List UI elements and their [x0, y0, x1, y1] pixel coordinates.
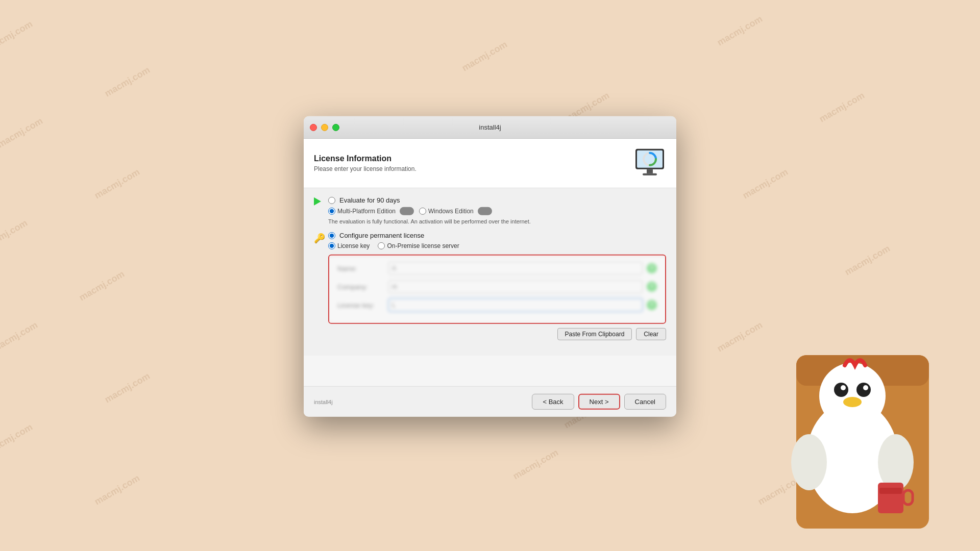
page-title: License Information — [314, 154, 416, 163]
watermark-text: macmj.com — [715, 14, 764, 48]
watermark-text: macmj.com — [0, 19, 35, 54]
watermark-text: macmj.com — [511, 447, 560, 482]
traffic-lights — [310, 123, 339, 131]
license-key-tab-label[interactable]: License key — [337, 242, 370, 249]
svg-rect-18 — [643, 173, 657, 176]
watermark-text: macmj.com — [843, 243, 892, 278]
app-icon — [633, 147, 666, 180]
clear-button[interactable]: Clear — [636, 328, 666, 340]
configure-radio[interactable] — [328, 232, 335, 239]
svg-point-9 — [791, 434, 827, 490]
evaluate-option-row: Evaluate for 90 days Multi-Platform Edit… — [314, 196, 666, 224]
main-window: install4j License Information Please ent… — [304, 116, 676, 417]
evaluate-main-row: Evaluate for 90 days — [328, 196, 666, 204]
company-form-row: Company: ? — [337, 280, 657, 293]
paste-from-clipboard-button[interactable]: Paste From Clipboard — [557, 328, 632, 340]
title-bar: install4j — [304, 116, 676, 139]
multi-platform-toggle[interactable] — [400, 207, 414, 215]
svg-point-10 — [878, 434, 914, 490]
multi-platform-label[interactable]: Multi-Platform Edition — [337, 208, 396, 215]
name-label: Name: — [337, 264, 388, 272]
window-title: install4j — [479, 123, 501, 131]
name-input-wrap: ? — [388, 262, 657, 275]
license-form-box: Name: ? Company: ? — [328, 255, 666, 324]
on-premise-tab[interactable]: On-Premise license server — [378, 242, 459, 249]
header-section: License Information Please enter your li… — [304, 139, 676, 188]
page-subtitle: Please enter your license information. — [314, 165, 416, 172]
multi-platform-option: Multi-Platform Edition — [328, 207, 414, 215]
license-key-input-wrap: ? — [388, 298, 657, 312]
configure-content: Configure permanent license License key … — [328, 232, 666, 340]
multi-platform-radio[interactable] — [328, 208, 335, 215]
window-body: Evaluate for 90 days Multi-Platform Edit… — [304, 188, 676, 356]
watermark-text: macmj.com — [0, 218, 30, 253]
watermark-text: macmj.com — [460, 39, 509, 74]
name-input[interactable] — [388, 262, 643, 275]
watermark-text: macmj.com — [103, 371, 152, 406]
configure-main-row: Configure permanent license — [328, 232, 666, 239]
back-button[interactable]: < Back — [532, 394, 574, 410]
watermark-text: macmj.com — [0, 422, 35, 457]
footer-buttons: < Back Next > Cancel — [532, 394, 666, 410]
svg-point-5 — [856, 383, 871, 397]
maximize-button[interactable] — [332, 123, 339, 131]
close-button[interactable] — [310, 123, 317, 131]
configure-label[interactable]: Configure permanent license — [339, 232, 424, 239]
footer-app-label: install4j — [314, 398, 333, 405]
company-input-wrap: ? — [388, 280, 657, 293]
svg-rect-17 — [647, 169, 653, 173]
license-key-label: License key: — [337, 301, 388, 309]
license-key-tab[interactable]: License key — [328, 242, 370, 249]
windows-edition-option: Windows Edition — [419, 207, 492, 215]
company-help-button[interactable]: ? — [647, 282, 657, 292]
minimize-button[interactable] — [321, 123, 328, 131]
cancel-button[interactable]: Cancel — [624, 394, 666, 410]
windows-edition-toggle[interactable] — [478, 207, 492, 215]
evaluate-content: Evaluate for 90 days Multi-Platform Edit… — [328, 196, 666, 224]
next-button[interactable]: Next > — [578, 394, 620, 410]
configure-option-row: 🔑 Configure permanent license License ke… — [314, 232, 666, 340]
watermark-text: macmj.com — [0, 116, 45, 151]
license-sub-tabs: License key On-Premise license server — [328, 242, 666, 249]
license-key-help-button[interactable]: ? — [647, 300, 657, 310]
company-label: Company: — [337, 283, 388, 290]
company-input[interactable] — [388, 280, 643, 293]
svg-rect-11 — [878, 483, 903, 513]
cartoon-decoration — [755, 314, 949, 551]
watermark-text: macmj.com — [77, 269, 126, 304]
svg-point-8 — [843, 397, 862, 407]
paste-clear-row: Paste From Clipboard Clear — [328, 328, 666, 340]
name-form-row: Name: ? — [337, 262, 657, 275]
license-key-form-row: License key: ? — [337, 298, 657, 312]
svg-point-7 — [863, 385, 868, 390]
on-premise-tab-label[interactable]: On-Premise license server — [387, 242, 459, 249]
svg-point-3 — [819, 363, 886, 429]
play-icon-wrap — [314, 197, 328, 208]
watermark-text: macmj.com — [92, 167, 141, 202]
windows-edition-label[interactable]: Windows Edition — [428, 208, 474, 215]
window-footer: install4j < Back Next > Cancel — [304, 386, 676, 417]
name-help-button[interactable]: ? — [647, 263, 657, 273]
license-key-input[interactable] — [388, 298, 643, 312]
windows-edition-radio[interactable] — [419, 208, 426, 215]
svg-rect-13 — [879, 488, 902, 494]
key-icon: 🔑 — [314, 233, 325, 243]
on-premise-tab-radio[interactable] — [378, 242, 385, 249]
watermark-text: macmj.com — [741, 167, 790, 202]
evaluate-radio[interactable] — [328, 196, 335, 204]
key-icon-wrap: 🔑 — [314, 233, 328, 244]
play-icon — [314, 197, 321, 206]
watermark-text: macmj.com — [92, 473, 141, 508]
watermark-text: macmj.com — [103, 65, 152, 99]
svg-point-6 — [841, 385, 846, 390]
edition-sub-options: Multi-Platform Edition Windows Edition — [328, 207, 666, 215]
evaluate-label[interactable]: Evaluate for 90 days — [339, 196, 400, 204]
svg-point-4 — [834, 383, 848, 397]
watermark-text: macmj.com — [0, 320, 40, 355]
eval-note: The evaluation is fully functional. An a… — [328, 218, 666, 224]
license-key-tab-radio[interactable] — [328, 242, 335, 249]
header-text: License Information Please enter your li… — [314, 154, 416, 172]
watermark-text: macmj.com — [817, 90, 866, 125]
